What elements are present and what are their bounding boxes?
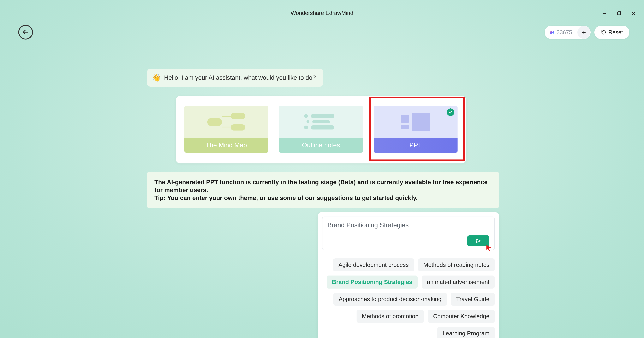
greeting-text: Hello, I am your AI assistant, what woul… bbox=[164, 74, 316, 81]
outline-icon bbox=[279, 106, 363, 138]
generation-options: The Mind Map Outline notes PPT bbox=[176, 96, 466, 164]
ppt-icon bbox=[374, 106, 458, 138]
option-ppt[interactable]: PPT bbox=[374, 106, 458, 152]
suggestion-chip[interactable]: Approaches to product decision-making bbox=[334, 293, 447, 306]
send-button[interactable] bbox=[467, 236, 489, 246]
header-actions: M 33675 + Reset bbox=[544, 26, 629, 39]
maximize-icon[interactable] bbox=[616, 10, 622, 17]
suggestion-chip[interactable]: Methods of reading notes bbox=[418, 258, 495, 272]
suggestion-chip[interactable]: Travel Guide bbox=[451, 293, 495, 306]
suggestion-chip[interactable]: Learning Program bbox=[437, 327, 495, 338]
assistant-greeting: 👋 Hello, I am your AI assistant, what wo… bbox=[147, 69, 323, 86]
option-label: The Mind Map bbox=[184, 138, 268, 152]
info-line-2: Tip: You can enter your own theme, or us… bbox=[154, 194, 492, 202]
suggestion-chip[interactable]: Computer Knowledge bbox=[428, 310, 495, 323]
reset-label: Reset bbox=[608, 29, 623, 36]
suggestion-chip[interactable]: animated advertisement bbox=[422, 276, 495, 288]
prompt-input-wrapper bbox=[322, 216, 495, 250]
prompt-panel: Agile development process Methods of rea… bbox=[318, 212, 499, 338]
option-label: Outline notes bbox=[279, 138, 363, 152]
suggestion-list: Agile development process Methods of rea… bbox=[322, 258, 495, 338]
mind-map-icon bbox=[184, 106, 268, 138]
refresh-icon bbox=[601, 30, 606, 35]
info-line-1: The AI-generated PPT function is current… bbox=[154, 178, 492, 194]
option-outline-notes[interactable]: Outline notes bbox=[279, 106, 363, 152]
wave-emoji-icon: 👋 bbox=[152, 74, 161, 82]
option-mind-map[interactable]: The Mind Map bbox=[184, 106, 268, 152]
close-icon[interactable] bbox=[630, 10, 637, 17]
window-title: Wondershare EdrawMind bbox=[0, 10, 644, 16]
suggestion-chip[interactable]: Brand Positioning Strategies bbox=[327, 276, 418, 288]
back-button[interactable] bbox=[18, 25, 33, 40]
check-icon bbox=[447, 108, 454, 116]
window-controls bbox=[601, 10, 637, 17]
prompt-input[interactable] bbox=[328, 222, 489, 229]
arrow-left-icon bbox=[22, 29, 29, 36]
send-icon bbox=[476, 238, 481, 244]
info-banner: The AI-generated PPT function is current… bbox=[147, 172, 499, 208]
suggestion-chip[interactable]: Methods of promotion bbox=[356, 310, 424, 323]
reset-button[interactable]: Reset bbox=[594, 26, 629, 39]
minimize-icon[interactable] bbox=[601, 10, 608, 17]
add-credits-button[interactable]: + bbox=[578, 26, 590, 39]
credits-value: 33675 bbox=[556, 29, 572, 36]
suggestion-chip[interactable]: Agile development process bbox=[333, 258, 414, 272]
sparkle-icon: M bbox=[550, 30, 554, 35]
credits-pill[interactable]: M 33675 + bbox=[544, 26, 590, 39]
option-label: PPT bbox=[374, 138, 458, 152]
